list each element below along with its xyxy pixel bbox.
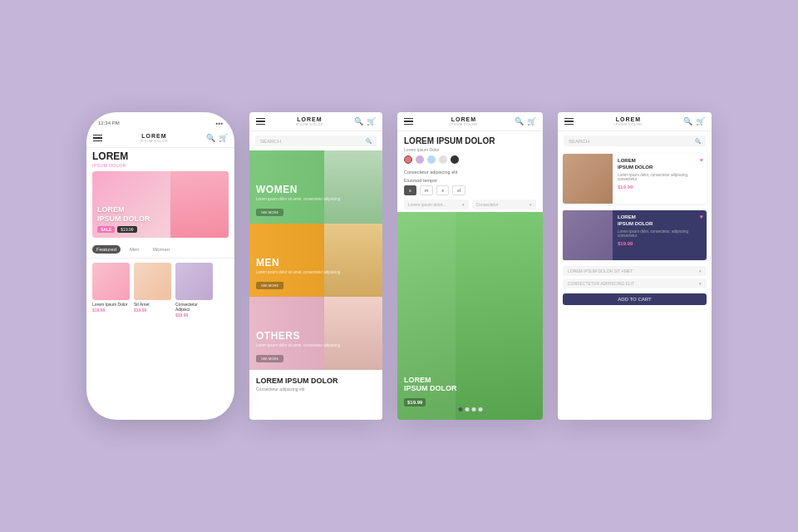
status-time: 12:34 PM xyxy=(98,121,120,126)
women-content: WOMEN Lorem ipsum dolor sit amet, consec… xyxy=(249,177,347,224)
nav-icons-2: 🔍 🛒 xyxy=(354,117,376,126)
product-image-3 xyxy=(175,263,213,300)
phone-screen-1: 12:34 PM ●●● LOREM IPSUM DOLOR 🔍 🛒 LOREM… xyxy=(86,112,234,420)
hamburger-menu-2[interactable] xyxy=(256,118,265,126)
others-section[interactable]: OTHERS Lorem ipsum dolor sit amet, conse… xyxy=(249,297,382,370)
product-name-4-2: LOREMIPSUM DOLOR xyxy=(618,214,702,228)
logo-2: LOREM IPSUM DOLOR xyxy=(296,116,324,126)
men-see-more[interactable]: SEE MORE xyxy=(256,282,283,289)
hamburger-menu-3[interactable] xyxy=(404,118,413,126)
tab-men[interactable]: Men xyxy=(126,245,144,254)
screen-3: LOREM IPSUM DOLOR 🔍 🛒 LOREM IPSUM DOLOR … xyxy=(397,112,543,420)
hero-content-3: LOREMIPSUM DOLOR $19.99 xyxy=(404,376,457,407)
logo-4: LOREM IPSUM DOLOR xyxy=(614,116,643,126)
product-img-4-2 xyxy=(563,210,613,260)
heart-icon-1[interactable]: ♥ xyxy=(700,157,703,163)
dropdown-2-3[interactable]: Consectetur ▾ xyxy=(472,200,537,209)
products-grid-1: Lorem Ipsum Dolor $19.99 Sit Amet $19.99… xyxy=(86,259,234,322)
footer-title-2: LOREM IPSUM DOLOR xyxy=(256,377,376,385)
footer-2: LOREM IPSUM DOLOR Consectetur adipiscing… xyxy=(249,370,382,396)
dot-4[interactable] xyxy=(478,407,482,411)
dot-3[interactable] xyxy=(471,407,475,411)
cart-dropdown-1[interactable]: LOREM IPSUM DOLOR SIT AMET ▾ xyxy=(563,266,707,276)
women-subtitle: Lorem ipsum dolor sit amet, consectetur … xyxy=(256,197,340,202)
color-black[interactable] xyxy=(451,155,459,164)
women-title: WOMEN xyxy=(256,184,340,195)
signal-icons: ●●● xyxy=(215,121,223,126)
product-price-1: $19.99 xyxy=(92,308,130,313)
women-section[interactable]: WOMEN Lorem ipsum dolor sit amet, consec… xyxy=(249,150,382,224)
product-name-1: Lorem Ipsum Dolor xyxy=(92,302,130,307)
size-s[interactable]: s xyxy=(404,185,416,195)
chevron-icon-1: ▾ xyxy=(462,202,465,207)
add-to-cart-button[interactable]: ADD TO CART xyxy=(563,293,707,305)
cart-icon-2[interactable]: 🛒 xyxy=(367,117,376,126)
cart-icon[interactable]: 🛒 xyxy=(219,134,228,142)
color-red[interactable] xyxy=(404,155,412,164)
color-label: Consectetur adipiscing elit xyxy=(397,167,543,175)
product-item-3[interactable]: Consectetur Adipisci $19.99 xyxy=(175,263,213,318)
others-see-more[interactable]: SEE MORE xyxy=(256,355,283,362)
size-xl[interactable]: xl xyxy=(452,185,466,195)
hamburger-menu-4[interactable] xyxy=(564,118,574,126)
product-price-4-1: $19.99 xyxy=(618,185,702,190)
search-bar-4[interactable]: SEARCH 🔍 xyxy=(564,135,706,146)
hero-3: LOREMIPSUM DOLOR $19.99 xyxy=(397,212,543,420)
dot-2[interactable] xyxy=(465,407,469,411)
cart-dropdown-2[interactable]: CONSECTETUR ADIPISCING ELIT ▾ xyxy=(563,278,707,288)
search-icon-3[interactable]: 🔍 xyxy=(515,117,524,126)
color-purple[interactable] xyxy=(416,155,424,164)
dropdown-1-3[interactable]: Lorem ipsum dolor... ▾ xyxy=(404,200,469,209)
heart-icon-2[interactable]: ♥ xyxy=(700,214,703,219)
tab-featured[interactable]: Featured xyxy=(92,245,121,254)
women-see-more[interactable]: SEE MORE xyxy=(256,209,283,216)
nav-bar-2: LOREM IPSUM DOLOR 🔍 🛒 xyxy=(249,112,382,131)
search-icon-4[interactable]: 🔍 xyxy=(683,117,692,126)
brand-sub: IPSUM DOLOR xyxy=(92,163,229,168)
product-name-4-1: LOREMIPSUM DOLOR xyxy=(618,158,702,171)
sale-badge: SALE xyxy=(97,226,115,233)
nav-icons-1: 🔍 🛒 xyxy=(206,134,228,142)
product-card-2[interactable]: LOREMIPSUM DOLOR Lorem ipsum dolor, cons… xyxy=(563,210,707,260)
img-bg-1 xyxy=(563,154,613,204)
others-title: OTHERS xyxy=(256,330,340,342)
men-section[interactable]: MEN Lorem ipsum dolor sit amet, consecte… xyxy=(249,224,382,297)
product-item-1[interactable]: Lorem Ipsum Dolor $19.99 xyxy=(92,263,130,318)
product-desc-4-2: Lorem ipsum dolor, consectetur, adipisci… xyxy=(618,229,702,239)
product-img-4-1 xyxy=(563,154,613,204)
size-x[interactable]: x xyxy=(436,185,449,195)
footer-sub-2: Consectetur adipiscing elit xyxy=(256,387,376,392)
color-blue[interactable] xyxy=(427,155,436,164)
color-gray[interactable] xyxy=(439,155,447,164)
screen-2: LOREM IPSUM DOLOR 🔍 🛒 SEARCH 🔍 WOMEN Lor… xyxy=(249,112,382,420)
product-title-3: LOREM IPSUM DOLOR xyxy=(397,131,543,147)
product-info-4-2: LOREMIPSUM DOLOR Lorem ipsum dolor, cons… xyxy=(613,210,707,260)
product-item-2[interactable]: Sit Amet $19.99 xyxy=(134,263,171,318)
hero-price-3: $19.99 xyxy=(404,398,426,406)
nav-bar-1: LOREM IPSUM DOLOR 🔍 🛒 xyxy=(86,129,234,148)
hero-person-3 xyxy=(456,212,543,420)
hero-title-3: LOREMIPSUM DOLOR xyxy=(404,376,457,392)
dot-1[interactable] xyxy=(458,407,462,411)
cart-icon-4[interactable]: 🛒 xyxy=(696,117,705,126)
cart-icon-3[interactable]: 🛒 xyxy=(527,117,536,126)
search-icon-2[interactable]: 🔍 xyxy=(354,117,363,126)
main-container: 12:34 PM ●●● LOREM IPSUM DOLOR 🔍 🛒 LOREM… xyxy=(70,96,728,436)
chevron-icon-4: ▾ xyxy=(699,281,702,286)
size-m[interactable]: m xyxy=(420,185,434,195)
search-icon-inner-4: 🔍 xyxy=(695,138,701,144)
search-icon[interactable]: 🔍 xyxy=(206,134,215,142)
product-name-3: Consectetur Adipisci xyxy=(175,302,213,312)
search-bar-2[interactable]: SEARCH 🔍 xyxy=(255,135,377,146)
chevron-icon-2: ▾ xyxy=(530,202,532,207)
tab-women[interactable]: Women xyxy=(149,245,175,254)
screen-4: LOREM IPSUM DOLOR 🔍 🛒 SEARCH 🔍 LOREMIPSU… xyxy=(558,112,712,420)
color-selector xyxy=(397,152,543,167)
hero-banner-1: LOREMIPSUM DOLOR SALE $19.99 xyxy=(92,171,229,238)
size-selector: s m x xl xyxy=(397,184,543,197)
product-price-3: $19.99 xyxy=(175,313,213,318)
others-subtitle: Lorem ipsum dolor sit amet, consectetur … xyxy=(256,343,340,348)
product-card-1[interactable]: LOREMIPSUM DOLOR Lorem ipsum dolor, cons… xyxy=(563,154,707,204)
carousel-dots xyxy=(454,403,486,416)
hamburger-menu[interactable] xyxy=(93,135,102,142)
